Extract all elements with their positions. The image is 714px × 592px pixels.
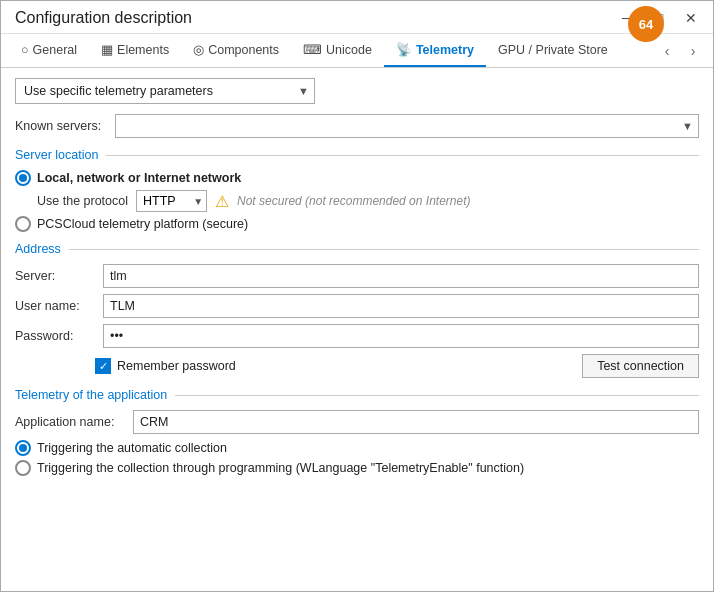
title-bar: Configuration description 64 ─ □ ✕ — [1, 1, 713, 34]
known-servers-label: Known servers: — [15, 119, 115, 133]
server-location-radio-group: Local, network or Internet network Use t… — [15, 170, 699, 232]
server-input[interactable] — [103, 264, 699, 288]
app-name-label: Application name: — [15, 415, 125, 429]
radio-auto-label: Triggering the automatic collection — [37, 441, 227, 455]
password-label: Password: — [15, 329, 95, 343]
telemetry-icon: 📡 — [396, 42, 412, 57]
unicode-icon: ⌨ — [303, 42, 322, 57]
window-title: Configuration description — [15, 9, 192, 27]
telemetry-mode-select[interactable]: Use specific telemetry parameters — [15, 78, 315, 104]
username-label: User name: — [15, 299, 95, 313]
tab-components-label: Components — [208, 43, 279, 57]
radio-pcs-button[interactable] — [15, 216, 31, 232]
address-header: Address — [15, 242, 699, 256]
remember-password-row: ✓ Remember password — [95, 358, 236, 374]
checkmark-icon: ✓ — [99, 361, 108, 372]
radio-local-row: Local, network or Internet network — [15, 170, 699, 186]
tab-general-label: General — [33, 43, 77, 57]
address-title: Address — [15, 242, 61, 256]
app-name-input[interactable] — [133, 410, 699, 434]
telemetry-mode-dropdown-wrapper: Use specific telemetry parameters ▼ — [15, 78, 315, 104]
password-row: Password: — [15, 324, 699, 348]
tab-components[interactable]: ◎ Components — [181, 34, 291, 67]
test-connection-button[interactable]: Test connection — [582, 354, 699, 378]
radio-prog-button[interactable] — [15, 460, 31, 476]
telemetry-app-title: Telemetry of the application — [15, 388, 167, 402]
radio-auto-button[interactable] — [15, 440, 31, 456]
radio-auto-row: Triggering the automatic collection — [15, 440, 699, 456]
tab-prev-button[interactable]: ‹ — [655, 39, 679, 63]
radio-pcs-row: PCSCloud telemetry platform (secure) — [15, 216, 699, 232]
known-servers-input[interactable] — [115, 114, 699, 138]
remember-password-label: Remember password — [117, 359, 236, 373]
warning-text: Not secured (not recommended on Internet… — [237, 194, 470, 208]
app-name-row: Application name: — [15, 410, 699, 434]
title-bar-left: Configuration description — [15, 9, 192, 27]
password-input[interactable] — [103, 324, 699, 348]
tab-general[interactable]: ○ General — [9, 35, 89, 67]
protocol-label: Use the protocol — [37, 194, 128, 208]
tab-bar: ○ General ▦ Elements ◎ Components ⌨ Unic… — [1, 34, 713, 68]
elements-icon: ▦ — [101, 42, 113, 57]
radio-pcs-label: PCSCloud telemetry platform (secure) — [37, 217, 248, 231]
telemetry-mode-row: Use specific telemetry parameters ▼ — [15, 78, 699, 104]
username-row: User name: — [15, 294, 699, 318]
tab-gpu[interactable]: GPU / Private Store — [486, 35, 620, 67]
radio-prog-row: Triggering the collection through progra… — [15, 460, 699, 476]
tab-navigation: ‹ › — [655, 39, 705, 63]
tab-telemetry[interactable]: 📡 Telemetry — [384, 34, 486, 67]
server-location-header: Server location — [15, 148, 699, 162]
radio-local-label: Local, network or Internet network — [37, 171, 241, 185]
tab-telemetry-label: Telemetry — [416, 43, 474, 57]
protocol-select[interactable]: HTTP HTTPS — [136, 190, 207, 212]
known-servers-row: Known servers: ▼ — [15, 114, 699, 138]
tab-elements[interactable]: ▦ Elements — [89, 34, 181, 67]
tab-elements-label: Elements — [117, 43, 169, 57]
server-label: Server: — [15, 269, 95, 283]
tab-unicode[interactable]: ⌨ Unicode — [291, 34, 384, 67]
badge-area: 64 — [628, 6, 664, 42]
username-input[interactable] — [103, 294, 699, 318]
remember-test-row: ✓ Remember password Test connection — [15, 354, 699, 378]
radio-prog-label: Triggering the collection through progra… — [37, 461, 524, 475]
server-row: Server: — [15, 264, 699, 288]
telemetry-app-header: Telemetry of the application — [15, 388, 699, 402]
tab-gpu-label: GPU / Private Store — [498, 43, 608, 57]
tab-next-button[interactable]: › — [681, 39, 705, 63]
remember-password-checkbox[interactable]: ✓ — [95, 358, 111, 374]
content-area: Use specific telemetry parameters ▼ Know… — [1, 68, 713, 591]
main-window: Configuration description 64 ─ □ ✕ ○ Gen… — [0, 0, 714, 592]
warning-icon: ⚠ — [215, 192, 229, 211]
server-location-title: Server location — [15, 148, 98, 162]
protocol-row: Use the protocol HTTP HTTPS ▼ ⚠ Not secu… — [37, 190, 699, 212]
protocol-select-wrapper: HTTP HTTPS ▼ — [136, 190, 207, 212]
general-icon: ○ — [21, 43, 29, 57]
radio-local-button[interactable] — [15, 170, 31, 186]
known-servers-wrapper: ▼ — [115, 114, 699, 138]
close-button[interactable]: ✕ — [677, 7, 705, 29]
version-badge: 64 — [628, 6, 664, 42]
tab-unicode-label: Unicode — [326, 43, 372, 57]
components-icon: ◎ — [193, 42, 204, 57]
